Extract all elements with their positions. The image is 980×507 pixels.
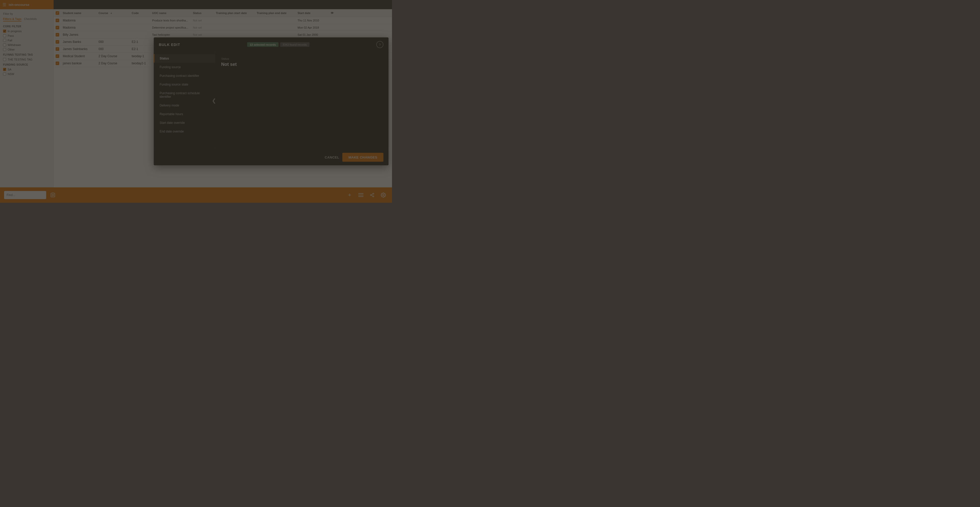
modal-overlay xyxy=(0,0,392,203)
